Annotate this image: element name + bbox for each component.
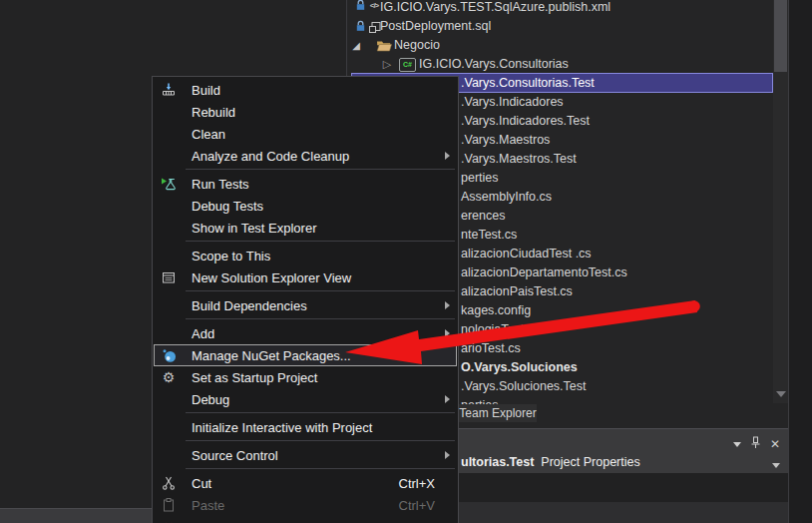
tree-row-folder-negocio[interactable]: ◢ Negocio (394, 36, 440, 55)
menu-separator (186, 412, 455, 413)
nuget-icon (160, 347, 178, 363)
tree-row-startup-project[interactable]: O.Varys.Soluciones (461, 358, 578, 377)
tree-row[interactable]: perties (461, 169, 499, 188)
tree-row[interactable]: .Varys.Maestros.Test (461, 150, 577, 169)
clipboard-icon (160, 497, 178, 513)
tree-row[interactable]: nologiaTest.cs (461, 320, 540, 339)
pin-icon[interactable] (750, 435, 761, 453)
tree-row[interactable]: erences (461, 207, 505, 226)
properties-footer (454, 502, 788, 523)
menu-item-run-tests[interactable]: Run Tests (154, 173, 457, 195)
scrollbar-thumb[interactable] (774, 0, 787, 72)
tree-row[interactable]: PostDeployment.sql (380, 17, 491, 36)
menu-item-remove[interactable]: ✕ Remove Del (154, 516, 457, 523)
tree-row[interactable]: .Varys.Maestros (461, 131, 550, 150)
gear-icon: ⚙ (160, 369, 178, 385)
folder-icon (375, 36, 392, 55)
visual-studio-window: </> IG.ICIO.Varys.TEST.SqlAzure.publish.… (0, 0, 812, 523)
menu-item-build[interactable]: Build (154, 79, 457, 101)
menu-item-manage-nuget-packages[interactable]: Manage NuGet Packages... (154, 344, 457, 366)
right-edge-column (788, 0, 812, 523)
tree-row[interactable]: alizacionCiudadTest .cs (461, 245, 592, 263)
menu-item-paste[interactable]: Paste Ctrl+V (154, 494, 457, 516)
menu-separator (186, 290, 455, 291)
properties-panel: ✕ ultorias.Test Project Properties (454, 428, 788, 523)
run-tests-icon (160, 176, 178, 192)
scissors-icon (160, 475, 178, 491)
tree-row[interactable]: .Varys.Indicadores.Test (461, 112, 590, 131)
tab-team-explorer[interactable]: Team Explorer (459, 404, 537, 422)
csharp-project-icon: C# (399, 55, 416, 74)
submenu-arrow-icon (445, 152, 450, 160)
menu-item-scope-to-this[interactable]: Scope to This (154, 245, 457, 266)
properties-title-bar: ✕ ultorias.Test Project Properties (454, 428, 788, 474)
menu-separator (186, 440, 455, 441)
build-icon (160, 82, 178, 98)
menu-separator (186, 468, 455, 469)
xml-file-icon: </> (367, 0, 381, 15)
menu-item-analyze-code-cleanup[interactable]: Analyze and Code Cleanup (154, 145, 457, 167)
new-solution-explorer-view-icon (160, 269, 178, 285)
tree-row[interactable]: AssemblyInfo.cs (461, 188, 552, 207)
collapsed-chevron-icon[interactable]: ▷ (381, 55, 393, 74)
submenu-arrow-icon (445, 395, 450, 403)
tree-row[interactable]: nteTest.cs (461, 226, 517, 245)
menu-item-build-dependencies[interactable]: Build Dependencies (154, 294, 457, 316)
explorer-scrollbar[interactable] (773, 0, 788, 403)
menu-separator (186, 241, 455, 242)
tree-row[interactable]: .Varys.Indicadores (461, 93, 564, 112)
expanded-chevron-icon[interactable]: ◢ (350, 36, 362, 55)
tree-row[interactable]: kages.config (461, 301, 531, 320)
tree-row[interactable]: .Varys.Soluciones.Test (461, 377, 587, 396)
menu-item-rebuild[interactable]: Rebuild (154, 101, 457, 123)
sql-file-icon (366, 17, 382, 36)
menu-item-new-solution-explorer-view[interactable]: New Solution Explorer View (154, 266, 457, 288)
menu-separator (186, 318, 455, 319)
menu-separator (186, 169, 455, 170)
properties-body (454, 473, 788, 502)
lock-icon (354, 0, 366, 15)
submenu-arrow-icon (445, 451, 450, 459)
tree-row[interactable]: alizacionPaisTest.cs (461, 282, 573, 301)
close-icon[interactable]: ✕ (770, 438, 780, 450)
menu-item-cut[interactable]: Cut Ctrl+X (154, 472, 457, 494)
combobox-dropdown-icon[interactable] (772, 463, 780, 468)
menu-item-set-as-startup-project[interactable]: ⚙ Set as Startup Project (154, 366, 457, 388)
scrollbar-down-arrow-icon[interactable] (776, 391, 786, 397)
remove-x-icon: ✕ (160, 519, 178, 523)
menu-item-clean[interactable]: Clean (154, 123, 457, 145)
tree-row[interactable]: alizacionDepartamentoTest.cs (461, 263, 627, 282)
window-position-icon[interactable] (733, 442, 741, 447)
menu-item-add[interactable]: Add (154, 322, 457, 344)
menu-item-debug[interactable]: Debug (154, 388, 457, 410)
menu-item-initialize-interactive[interactable]: Initialize Interactive with Project (154, 416, 457, 438)
properties-object-combobox[interactable]: ultorias.Test Project Properties (461, 455, 640, 469)
tree-row-project-consultorias[interactable]: ▷ C# IG.ICIO.Varys.Consultorias (419, 55, 569, 74)
tree-row[interactable]: arioTest.cs (461, 339, 521, 358)
tree-row-selected-consultorias-test[interactable]: .Varys.Consultorias.Test (461, 74, 595, 93)
tree-row[interactable]: </> IG.ICIO.Varys.TEST.SqlAzure.publish.… (380, 0, 610, 17)
project-context-menu: Build Rebuild Clean Analyze and Code Cle… (152, 76, 459, 523)
submenu-arrow-icon (445, 329, 450, 337)
submenu-arrow-icon (445, 301, 450, 309)
menu-item-show-in-test-explorer[interactable]: Show in Test Explorer (154, 217, 457, 239)
lock-icon (354, 17, 366, 36)
menu-item-debug-tests[interactable]: Debug Tests (154, 195, 457, 217)
menu-item-source-control[interactable]: Source Control (154, 444, 457, 466)
